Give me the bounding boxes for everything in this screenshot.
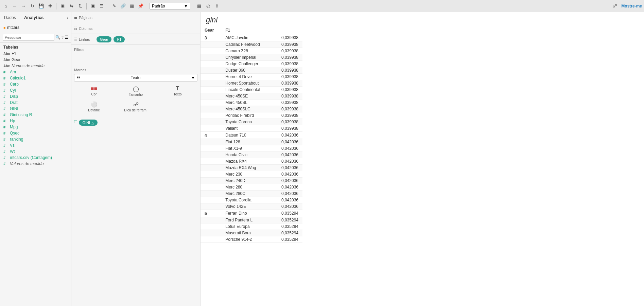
refresh-icon[interactable]: ↻	[29, 2, 36, 10]
value-cell: 0,039938	[273, 41, 302, 48]
table-row: Lincoln Continental0,039938	[201, 87, 302, 93]
gear-cell: 4	[201, 132, 221, 139]
group-icon[interactable]: ▣	[89, 2, 97, 10]
field-F1[interactable]: Abc F1	[0, 51, 71, 57]
marca-detalhe[interactable]: ⚪ Detalhe	[74, 100, 114, 113]
link-icon[interactable]: 🔗	[119, 2, 127, 10]
gear-cell	[201, 54, 221, 61]
add-icon[interactable]: ✚	[46, 2, 54, 10]
mostreme-button[interactable]: Mostre-me	[621, 4, 642, 8]
field-type-icon: #	[3, 149, 8, 154]
sidebar-header: Dados Analytics ›	[0, 12, 71, 23]
filtros-label: Filtros	[74, 48, 197, 52]
field-Vs[interactable]: # Vs	[0, 142, 71, 148]
content-area: gini Gear F1 3AMC Javelin0,039938Cadilla…	[201, 12, 644, 306]
field-Gear[interactable]: Abc Gear	[0, 57, 71, 63]
paginas-shelf: ☰ Páginas	[71, 12, 200, 23]
swap-icon[interactable]: ⇆	[68, 2, 75, 10]
tab-dados[interactable]: Dados	[0, 13, 20, 23]
monitor-icon[interactable]: ◴	[204, 2, 212, 10]
field-Hp[interactable]: # Hp	[0, 118, 71, 124]
gear-cell	[201, 145, 221, 152]
forward-icon[interactable]: →	[20, 2, 27, 10]
field-Carb[interactable]: # Carb	[0, 81, 71, 87]
field-type-icon: #	[3, 156, 8, 160]
datasource-item[interactable]: ■ mtcars	[0, 23, 71, 32]
home-icon[interactable]: ⌂	[2, 2, 10, 10]
view-dropdown-label: Padrão	[152, 4, 165, 8]
gear-cell	[201, 197, 221, 203]
tabelas-label: Tabelas	[0, 43, 71, 51]
grid-icon[interactable]: ▦	[195, 2, 203, 10]
filtros-section: Filtros	[71, 45, 200, 65]
value-cell: 0,039938	[273, 54, 302, 61]
duplicate-icon[interactable]: ▣	[59, 2, 66, 10]
list-view-icon[interactable]: ☰	[65, 35, 68, 40]
marcas-type-dropdown[interactable]: ☷ Texto ▼	[74, 74, 197, 82]
value-cell: 0,042036	[273, 191, 302, 197]
pin-icon[interactable]: 📌	[137, 2, 144, 10]
gear-cell	[201, 61, 221, 67]
field-mtcars-count[interactable]: # mtcars.csv (Contagem)	[0, 155, 71, 161]
pen-icon[interactable]: ✎	[110, 2, 118, 10]
marca-dica[interactable]: ☍ Dica de ferram.	[116, 100, 156, 113]
middle-panel: ☰ Páginas ☷ Colunas ☰ Linhas Gear F1	[71, 12, 201, 306]
gini-pill-row: □ GINI △	[74, 116, 197, 127]
value-cell: 0,042036	[273, 139, 302, 145]
f1-cell: Dodge Challenger	[221, 61, 272, 67]
value-cell: 0,042036	[273, 165, 302, 171]
gini-pill[interactable]: GINI △	[79, 120, 98, 126]
gear-cell	[201, 203, 221, 210]
gear-cell	[201, 112, 221, 119]
layout-icon[interactable]: ☰	[98, 2, 105, 10]
marca-tamanho[interactable]: ◯ Tamanho	[116, 84, 156, 98]
search-icon[interactable]: 🔍	[55, 35, 60, 40]
field-GiniR[interactable]: # Gini using R	[0, 112, 71, 118]
field-Calculo1[interactable]: # Cálculo1	[0, 75, 71, 81]
tab-analytics[interactable]: Analytics	[20, 12, 48, 23]
col-header-f1: F1	[221, 26, 272, 34]
f1-cell: Lincoln Continental	[221, 87, 272, 93]
field-Nomes-de-medida[interactable]: Abc Nomes de medida	[0, 63, 71, 69]
texto-icon: T	[176, 86, 179, 92]
table-row: Fiat X1-90,042036	[201, 145, 302, 152]
divider-4	[147, 3, 147, 10]
linhas-icon: ☰	[74, 37, 77, 41]
search-input[interactable]	[3, 34, 54, 41]
gear-pill[interactable]: Gear	[97, 36, 111, 42]
back-icon[interactable]: ←	[11, 2, 18, 10]
field-valores-medida[interactable]: # Valores de medida	[0, 161, 71, 167]
camera-icon[interactable]: ▦	[128, 2, 136, 10]
f1-cell: Camaro Z28	[221, 48, 272, 54]
field-Mpg[interactable]: # Mpg	[0, 124, 71, 130]
field-Cyl[interactable]: # Cyl	[0, 87, 71, 93]
paginas-icon: ☰	[74, 15, 77, 20]
gear-cell	[201, 236, 221, 243]
table-container[interactable]: Gear F1 3AMC Javelin0,039938Cadillac Fle…	[201, 26, 644, 306]
table-row: Maserati Bora0,035294	[201, 230, 302, 236]
sidebar-close-button[interactable]: ›	[64, 13, 71, 22]
divider-5	[193, 3, 193, 10]
filter-icon[interactable]: ▿	[62, 35, 64, 40]
sort-icon[interactable]: ⇅	[76, 2, 84, 10]
f1-cell: Merc 450SE	[221, 93, 272, 100]
linhas-shelf[interactable]: ☰ Linhas Gear F1	[71, 34, 200, 45]
field-ranking[interactable]: # ranking	[0, 136, 71, 142]
comment-icon[interactable]: ☍	[611, 2, 619, 10]
main-layout: Dados Analytics › ■ mtcars 🔍 ▿ ☰ Tabelas…	[0, 12, 644, 306]
field-type-icon: #	[3, 113, 8, 117]
marca-cor[interactable]: ■■ Cor	[74, 84, 114, 98]
f1-pill[interactable]: F1	[114, 36, 125, 42]
field-Wt[interactable]: # Wt	[0, 148, 71, 155]
field-Qsec[interactable]: # Qsec	[0, 130, 71, 136]
field-Am[interactable]: # Am	[0, 69, 71, 75]
field-Disp[interactable]: # Disp	[0, 93, 71, 100]
field-Drat[interactable]: # Drat	[0, 100, 71, 106]
marca-texto[interactable]: T Texto	[158, 84, 197, 98]
view-dropdown[interactable]: Padrão ▼	[150, 3, 190, 10]
marcas-type-icon: ☷	[76, 75, 80, 80]
gear-cell	[201, 93, 221, 100]
save-icon[interactable]: 💾	[37, 2, 45, 10]
field-GINI[interactable]: # GINI	[0, 106, 71, 112]
share-icon[interactable]: ⇧	[213, 2, 221, 10]
